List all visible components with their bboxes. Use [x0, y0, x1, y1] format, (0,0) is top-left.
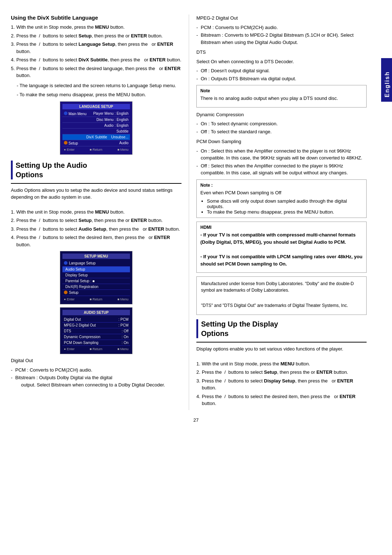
left-column: Using the DivX Subtitle Language 1. With…: [11, 15, 189, 410]
divx-step-5: 5. Press the / buttons to select the des…: [11, 65, 181, 79]
note1-title: Note: [200, 88, 363, 93]
menu-row-setup-audio: Setup Audio: [62, 140, 130, 146]
setup-menu-title: SETUP MENU: [62, 254, 130, 259]
audio-options-heading: Setting Up the Audio Options: [11, 161, 181, 179]
display-step-4: 4. Press the / buttons to select the des…: [196, 393, 367, 407]
dts-off: Off : Doesn't output digital signal.: [196, 67, 367, 74]
language-setup-menu: LANGUAGE SETUP Main Menu Player Menu : E…: [60, 101, 132, 155]
display-step-1: 1. With the unit in Stop mode, press the…: [196, 360, 367, 368]
mpeg2-list: PCM : Converts to PCM(2CH) audio. Bitstr…: [196, 24, 367, 46]
divx-subtitle-heading: Using the DivX Subtitle Language: [11, 15, 181, 21]
pcm-down-off: Off : Select this when the Amplifier con…: [196, 162, 367, 177]
display-step-3: 3. Press the / buttons to select Display…: [196, 377, 367, 392]
license-box: Manufactured under license from Dolby La…: [196, 276, 367, 315]
audio-options-section: Setting Up the Audio Options Audio Optio…: [11, 161, 181, 389]
mpeg2-title: MPEG-2 Digital Out: [196, 15, 367, 22]
hdmi-box: HDMI - If your TV is not compatible with…: [196, 222, 367, 273]
display-section-divider: [196, 342, 367, 343]
audio-step-2: 2. Press the / buttons to select Setup, …: [11, 217, 181, 224]
audio-row-dts: DTS: Off: [62, 328, 130, 334]
hdmi-title: HDMI: [200, 225, 363, 230]
pcm-down-list: On : Select this when the Amplifier conn…: [196, 147, 367, 177]
digital-out-bitstream: Bitstream : Outputs Dolby Digital via th…: [11, 374, 181, 388]
dynamic-off: Off : To select the standard range.: [196, 128, 367, 135]
menu-row-disc-menu: Disc Menu : English: [62, 117, 130, 123]
pcm-down-title: PCM Down Sampling: [196, 138, 367, 145]
two-col-layout: Using the DivX Subtitle Language 1. With…: [0, 15, 392, 410]
hdmi-item-1: - If your TV is not compatible with comp…: [200, 231, 363, 246]
digital-out-list: PCM : Converts to PCM(2CH) audio. Bitstr…: [11, 366, 181, 389]
pcm-down-section: PCM Down Sampling On : Select this when …: [196, 138, 367, 177]
audio-section-divider: [11, 183, 181, 184]
note2-intro: Even when PCM Down sampling is Off: [200, 189, 363, 197]
dynamic-title: Dynamic Compression: [196, 111, 367, 118]
note2-title: Note :: [200, 183, 363, 188]
display-steps-list: 1. With the unit in Stop mode, press the…: [196, 360, 367, 407]
dynamic-section: Dynamic Compression On : To select dynam…: [196, 111, 367, 135]
pcm-down-on: On : Select this when the Amplifier conn…: [196, 147, 367, 162]
audio-row-digital-out: Digital Out: PCM: [62, 317, 130, 323]
dolby-license-text: Manufactured under license from Dolby La…: [201, 280, 362, 293]
menu-row-divx-subtitle: DivX Subtitle Unsubse...: [62, 134, 130, 140]
dts-section: DTS Select On when connecting to a DTS D…: [196, 49, 367, 82]
menu-row-subtitle: Subtitle: [62, 129, 130, 134]
setup-row-display: Display Setup: [62, 272, 130, 278]
note2-item-2: To make the Setup menu disappear, press …: [207, 209, 363, 215]
display-options-section: Setting Up the Display Options Display o…: [196, 319, 367, 407]
dts-list: Off : Doesn't output digital signal. On …: [196, 67, 367, 82]
menu-lang-title: LANGUAGE SETUP: [62, 104, 130, 109]
dts-on: On : Outputs DTS Bitstream via digital o…: [196, 75, 367, 82]
divx-note-1: - The language is selected and the scree…: [17, 82, 181, 89]
hdmi-item-2: - If your TV is not compatible with LPCM…: [200, 253, 363, 267]
menu-row-player-menu: Main Menu Player Menu : English: [62, 111, 130, 117]
audio-row-pcm-down: PCM Down Sampling: On: [62, 340, 130, 346]
setup-row-lang: Language Setup: [62, 260, 130, 267]
dts-intro: Select On when connecting to a DTS Decod…: [196, 58, 367, 65]
menu-row-audio: Audio : English: [62, 123, 130, 129]
note-box-1: Note There is no analog audio output whe…: [196, 85, 367, 108]
audio-step-3: 3. Press the / buttons to select Audio S…: [11, 226, 181, 233]
digital-out-title: Digital Out: [11, 357, 181, 364]
audio-menu-footer: ● Enter■ Return■ Menu: [62, 347, 130, 352]
right-column: MPEG-2 Digital Out PCM : Converts to PCM…: [189, 15, 367, 410]
setup-row-parental: Parental Setup : ■: [62, 278, 130, 284]
divx-note-2: - To make the setup menu disappear, pres…: [17, 91, 181, 98]
digital-out-pcm: PCM : Converts to PCM(2CH) audio.: [11, 366, 181, 374]
setup-row-divx-reg: DivX(R) Registration: [62, 284, 130, 290]
divx-step-2: 2. Press the / buttons to select Setup, …: [11, 32, 181, 40]
divx-subtitle-section: Using the DivX Subtitle Language 1. With…: [11, 15, 181, 155]
mpeg2-bitstream: Bitstream : Converts to MPEG-2 Digital B…: [196, 32, 367, 46]
audio-step-4: 4. Press the / buttons to select the des…: [11, 234, 181, 248]
audio-row-dynamic: Dynamic Compression: On: [62, 334, 130, 340]
setup-row-setup: Setup: [62, 290, 130, 296]
display-intro: Display options enable you to set variou…: [196, 345, 367, 353]
audio-setup-menu-screenshot: AUDIO SETUP Digital Out: PCM MPEG-2 Digi…: [60, 307, 132, 354]
note2-list: Some discs will only output down sampled…: [200, 198, 363, 215]
dynamic-on: On : To select dynamic compression.: [196, 120, 367, 127]
english-tab: English: [381, 58, 392, 102]
audio-steps-list: 1. With the unit in Stop mode, press the…: [11, 208, 181, 248]
audio-step-1: 1. With the unit in Stop mode, press the…: [11, 208, 181, 216]
audio-setup-title: AUDIO SETUP: [62, 310, 130, 315]
divx-step-1: 1. With the unit in Stop mode, press the…: [11, 24, 181, 31]
page-number: 27: [0, 417, 392, 423]
dts-title: DTS: [196, 49, 367, 56]
menu-lang-footer: ● Enter■ Return■ Menu: [62, 147, 130, 152]
dts-license-text: "DTS" and "DTS Digital Out" are trademar…: [201, 302, 362, 309]
note-box-2: Note : Even when PCM Down sampling is Of…: [196, 179, 367, 218]
setup-row-audio: Audio Setup: [62, 267, 130, 272]
divx-step-3: 3. Press the / buttons to select Languag…: [11, 41, 181, 55]
setup-menu-footer: ● Enter■ Return■ Menu: [62, 297, 130, 302]
divx-steps-list: 1. With the unit in Stop mode, press the…: [11, 24, 181, 79]
digital-out-description: Digital Out PCM : Converts to PCM(2CH) a…: [11, 357, 181, 388]
setup-menu-screenshot: SETUP MENU Language Setup Audio Setup Di…: [60, 251, 132, 304]
page-container: English Using the DivX Subtitle Language…: [0, 0, 392, 555]
divx-step-4: 4. Press the / buttons to select DivX Su…: [11, 56, 181, 64]
mpeg2-pcm: PCM : Converts to PCM(2CH) audio.: [196, 24, 367, 31]
note2-item-1: Some discs will only output down sampled…: [207, 198, 363, 209]
audio-intro: Audio Options allows you to setup the au…: [11, 187, 181, 201]
mpeg2-section: MPEG-2 Digital Out PCM : Converts to PCM…: [196, 15, 367, 46]
audio-row-mpeg2: MPEG-2 Digital Out: PCM: [62, 323, 130, 328]
display-options-heading: Setting Up the Display Options: [196, 319, 367, 338]
note1-text: There is no analog audio output when you…: [200, 95, 363, 102]
